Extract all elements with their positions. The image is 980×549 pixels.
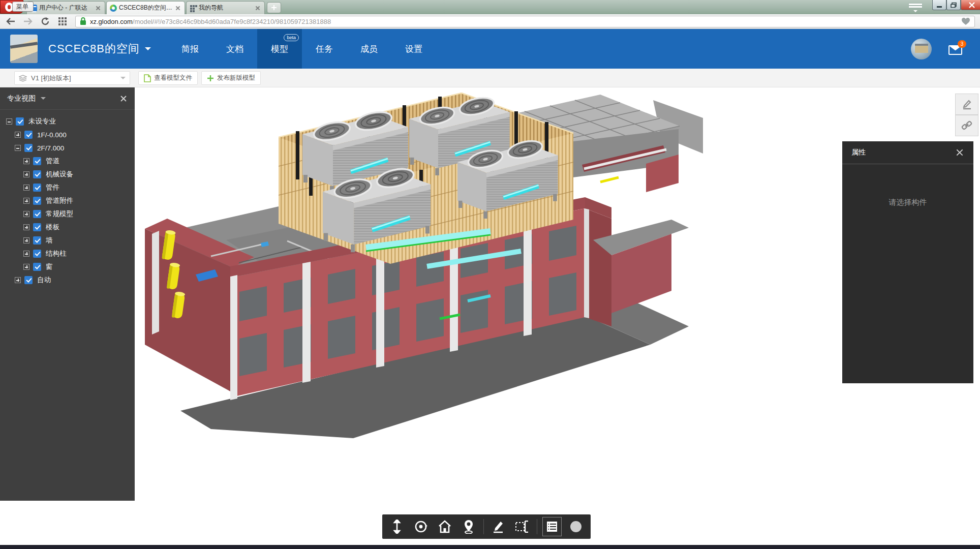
expand-icon[interactable] — [23, 211, 29, 217]
windows-taskbar-edge[interactable] — [0, 545, 980, 549]
nav-item-settings[interactable]: 设置 — [391, 29, 436, 69]
viewer-toolbar — [382, 514, 591, 539]
checkbox-checked[interactable] — [16, 117, 24, 126]
locate-icon[interactable] — [460, 517, 478, 536]
record-dot-icon[interactable] — [567, 517, 585, 536]
tree-node[interactable]: 窗 — [0, 260, 135, 273]
tree-node[interactable]: 1F/-0.000 — [0, 128, 135, 141]
divider — [842, 164, 973, 164]
avatar[interactable] — [911, 39, 932, 59]
checkbox-checked[interactable] — [24, 144, 33, 152]
tree-node[interactable]: 墙 — [0, 234, 135, 247]
browser-tabstrip: 菜单 用户中心 - 广联达 CSCEC8B的空间 - 协筑 我的导航 — [0, 0, 980, 14]
section-box-icon[interactable] — [513, 517, 531, 536]
chevron-down-icon — [145, 47, 151, 53]
tree-node[interactable]: 2F/7.000 — [0, 141, 135, 155]
collapse-icon[interactable] — [15, 145, 21, 151]
bookmark-heart-icon[interactable] — [961, 17, 970, 25]
workspace-title: CSCEC8B的空间 — [48, 41, 140, 56]
tree-node[interactable]: 机械设备 — [0, 168, 135, 181]
publish-model-button[interactable]: 发布新版模型 — [201, 71, 261, 85]
tree-node[interactable]: 未设专业 — [0, 115, 135, 128]
version-select[interactable]: V1 [初始版本] — [14, 71, 130, 85]
tree-panel-title: 专业视图 — [7, 94, 36, 103]
tree-node[interactable]: 楼板 — [0, 221, 135, 234]
tree-node[interactable]: 管道附件 — [0, 194, 135, 207]
nav-item-tasks[interactable]: 任务 — [302, 29, 347, 69]
tab-user-center[interactable]: 用户中心 - 广联达 — [26, 1, 105, 14]
workspace-thumbnail[interactable] — [10, 35, 38, 63]
checkbox-checked[interactable] — [33, 250, 41, 258]
checkbox-checked[interactable] — [33, 184, 41, 192]
checkbox-checked[interactable] — [33, 170, 41, 178]
tab-close-icon[interactable] — [174, 5, 181, 12]
browser-addressbar: xz.glodon.com/model/#!/e73c8c46c9bb4d60a… — [0, 14, 980, 29]
expand-icon[interactable] — [15, 277, 21, 283]
new-tab-button[interactable] — [267, 2, 281, 13]
checkbox-checked[interactable] — [33, 197, 41, 205]
tree-node[interactable]: 管道 — [0, 155, 135, 168]
message-count-badge: 3 — [958, 40, 966, 48]
model-viewport[interactable] — [0, 87, 980, 545]
nav-item-briefing[interactable]: 简报 — [168, 29, 212, 69]
back-button[interactable] — [4, 16, 17, 27]
tree-panel-header: 专业视图 — [0, 87, 135, 110]
share-link-button[interactable] — [955, 115, 978, 136]
expand-icon[interactable] — [23, 264, 29, 270]
tree-node[interactable]: 结构柱 — [0, 247, 135, 260]
expand-icon[interactable] — [15, 132, 21, 138]
tree-node[interactable]: 管件 — [0, 181, 135, 194]
checkbox-checked[interactable] — [33, 210, 41, 218]
expand-icon[interactable] — [23, 185, 29, 191]
browser-menu-button[interactable]: 菜单 — [12, 2, 34, 12]
tree-node[interactable]: 常规模型 — [0, 207, 135, 221]
markup-pencil-button[interactable] — [955, 94, 978, 115]
tab-cscec8b-space[interactable]: CSCEC8B的空间 - 协筑 — [106, 1, 185, 14]
orbit-icon[interactable] — [412, 517, 430, 536]
checkbox-checked[interactable] — [33, 236, 41, 245]
nav-item-model[interactable]: 模型 beta — [257, 29, 302, 69]
minimize-button[interactable] — [932, 0, 946, 10]
url-path: /model/#!/e73c8c46c9bb4d60ada7fe9c8f2342… — [133, 18, 331, 25]
forward-button[interactable] — [21, 16, 35, 27]
workspace-switcher[interactable]: CSCEC8B的空间 — [48, 41, 151, 56]
fit-view-icon[interactable] — [388, 517, 406, 536]
expand-icon[interactable] — [23, 198, 29, 204]
screen: 菜单 用户中心 - 广联达 CSCEC8B的空间 - 协筑 我的导航 — [0, 0, 980, 549]
properties-empty-hint: 请选择构件 — [842, 198, 973, 207]
tree-node[interactable]: 自动 — [0, 273, 135, 287]
expand-icon[interactable] — [23, 171, 29, 177]
tab-close-icon[interactable] — [95, 5, 102, 12]
close-icon[interactable] — [955, 148, 964, 157]
checkbox-checked[interactable] — [33, 157, 41, 165]
checkbox-checked[interactable] — [24, 131, 33, 139]
nav-item-documents[interactable]: 文档 — [212, 29, 257, 69]
view-model-files-button[interactable]: 查看模型文件 — [138, 71, 198, 85]
view-tree-panel: 专业视图 未设专业 1F/-0.000 2F/7.000 管道 机械设备 管件 … — [0, 87, 135, 501]
checkbox-checked[interactable] — [24, 276, 33, 284]
reload-button[interactable] — [39, 16, 52, 27]
expand-icon[interactable] — [23, 237, 29, 243]
layers-icon — [19, 75, 27, 82]
browser-tabs-menu-icon[interactable] — [909, 4, 922, 12]
expand-icon[interactable] — [23, 158, 29, 164]
chevron-down-icon[interactable] — [41, 97, 46, 102]
nav-item-members[interactable]: 成员 — [347, 29, 391, 69]
speed-dial-icon[interactable] — [56, 16, 69, 27]
checkbox-checked[interactable] — [33, 263, 41, 271]
model-3d-scene — [135, 87, 704, 443]
close-button[interactable] — [961, 0, 980, 10]
expand-icon[interactable] — [23, 224, 29, 230]
restore-button[interactable] — [946, 0, 961, 10]
collapse-icon[interactable] — [6, 118, 12, 125]
tab-close-icon[interactable] — [254, 5, 261, 12]
component-list-icon[interactable] — [543, 517, 561, 536]
checkbox-checked[interactable] — [33, 223, 41, 231]
home-view-icon[interactable] — [436, 517, 454, 536]
url-field[interactable]: xz.glodon.com/model/#!/e73c8c46c9bb4d60a… — [75, 16, 975, 27]
markup-icon[interactable] — [489, 517, 507, 536]
expand-icon[interactable] — [23, 251, 29, 257]
close-icon[interactable] — [119, 95, 128, 103]
tab-my-navigation[interactable]: 我的导航 — [186, 1, 265, 14]
beta-badge: beta — [284, 34, 299, 41]
